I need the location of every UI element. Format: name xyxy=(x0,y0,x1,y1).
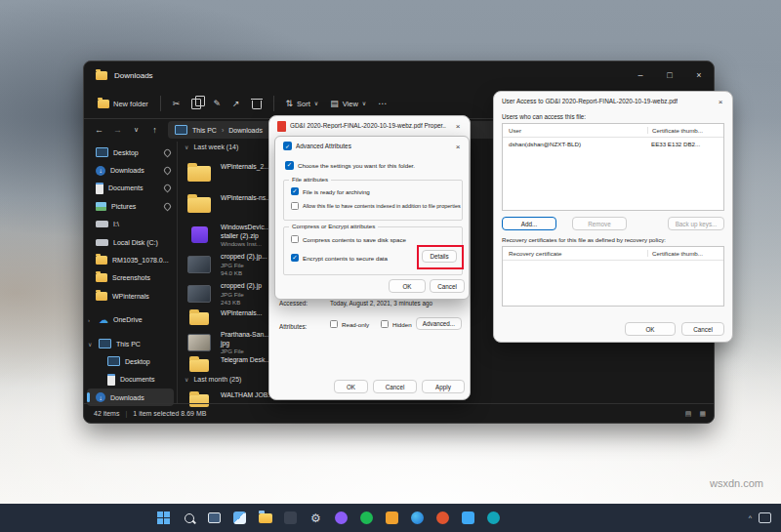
task-view-button[interactable] xyxy=(207,511,222,525)
readonly-checkbox[interactable]: Read-only xyxy=(330,320,369,328)
file-row[interactable]: WPinternals-ns... xyxy=(186,194,271,213)
file-row[interactable]: WindowsDevic... staller (2).zip Windows … xyxy=(186,224,269,248)
app-icon xyxy=(360,512,373,524)
new-folder-button[interactable]: New folder xyxy=(92,93,154,114)
image-thumbnail xyxy=(187,334,211,351)
breadcrumb-root[interactable]: This PC xyxy=(192,127,217,134)
back-button[interactable]: ← xyxy=(90,125,108,135)
column-certificate[interactable]: Certificate thumb... xyxy=(647,127,723,134)
ok-button[interactable]: OK xyxy=(625,322,676,336)
settings-button[interactable]: ⚙ xyxy=(308,511,323,525)
users-table[interactable]: User Certificate thumb... dshan(dshan@NZ… xyxy=(502,123,724,211)
taskbar-app-red-button[interactable] xyxy=(435,511,450,525)
sidebar-item-documents[interactable]: Documents xyxy=(84,180,177,197)
sidebar-item-wpinternals[interactable]: WPinternals xyxy=(84,287,177,305)
column-user[interactable]: User xyxy=(503,127,647,134)
taskbar-app-sky-button[interactable] xyxy=(461,511,475,525)
file-row[interactable]: Telegram Desk... xyxy=(186,356,270,372)
user-row[interactable]: dshan(dshan@NZXT-BLD) EE33 E132 DB2... xyxy=(503,138,723,150)
encrypt-checkbox[interactable]: ✓ Encrypt contents to secure data xyxy=(291,254,388,262)
checkbox-unchecked[interactable] xyxy=(291,202,299,210)
touch-keyboard-icon[interactable] xyxy=(759,512,771,523)
cancel-button[interactable]: Cancel xyxy=(373,380,417,393)
add-button[interactable]: Add... xyxy=(502,217,556,230)
taskbar-edge-button[interactable] xyxy=(410,511,425,525)
remove-button[interactable]: Remove xyxy=(572,217,627,230)
view-button[interactable]: ▤ View ∨ xyxy=(324,93,372,114)
sidebar-item-screenshots[interactable]: Screenshots xyxy=(84,269,177,287)
advanced-button[interactable]: Advanced... xyxy=(416,317,462,330)
ok-button[interactable]: OK xyxy=(389,279,426,293)
backup-keys-button[interactable]: Back up keys... xyxy=(668,217,724,230)
sidebar-item-local-disk-c[interactable]: Local Disk (C:) xyxy=(84,233,177,251)
ok-button[interactable]: OK xyxy=(334,380,368,393)
taskbar-app-teal-button[interactable] xyxy=(486,511,501,525)
compress-checkbox[interactable]: Compress contents to save disk space xyxy=(291,235,406,243)
close-button[interactable]: × xyxy=(684,61,714,89)
file-row[interactable]: cropped (2).jp JPG File 243 KB xyxy=(186,282,262,307)
taskbar-app-orange-button[interactable] xyxy=(385,511,399,525)
app-icon xyxy=(436,512,449,524)
checkbox-checked[interactable]: ✓ xyxy=(291,254,299,262)
folder-icon xyxy=(187,166,211,182)
maximize-button[interactable]: □ xyxy=(655,61,684,89)
sidebar-item-this-pc[interactable]: ∨This PC xyxy=(84,335,177,352)
delete-button[interactable] xyxy=(246,93,267,114)
details-view-icon[interactable]: ▤ xyxy=(685,410,692,418)
cancel-button[interactable]: Cancel xyxy=(681,322,724,336)
close-icon[interactable]: × xyxy=(451,119,465,133)
sort-button[interactable]: ⇅ Sort ∨ xyxy=(280,93,325,114)
file-row[interactable]: WPinternals... xyxy=(186,309,262,325)
item-count: 42 items xyxy=(94,410,119,417)
taskbar-center: ⚙ xyxy=(156,504,501,532)
file-row[interactable]: WPinternals_2... xyxy=(186,163,269,182)
sidebar-item-onedrive[interactable]: ›☁OneDrive xyxy=(84,311,177,329)
checkbox-unchecked[interactable] xyxy=(291,235,299,243)
group-header-last-month[interactable]: ∨ Last month (25) xyxy=(185,376,241,383)
sidebar-item-desktop-child[interactable]: Desktop xyxy=(84,352,177,370)
more-options-button[interactable]: ⋯ xyxy=(372,93,392,114)
close-icon[interactable]: × xyxy=(451,140,465,153)
apply-button[interactable]: Apply xyxy=(422,380,465,393)
checkbox-unchecked[interactable] xyxy=(381,320,389,328)
checkbox-checked[interactable]: ✓ xyxy=(291,187,299,195)
sidebar-item-desktop[interactable]: Desktop xyxy=(84,143,177,161)
recent-locations-button[interactable]: ∨ xyxy=(127,126,145,134)
close-icon[interactable]: × xyxy=(714,95,727,108)
taskbar-file-explorer-button[interactable] xyxy=(258,511,272,525)
taskbar-app-dark-button[interactable] xyxy=(283,511,298,525)
hidden-checkbox[interactable]: Hidden xyxy=(381,320,412,328)
widgets-button[interactable] xyxy=(232,511,247,525)
column-certificate[interactable]: Certificate thumb... xyxy=(647,250,723,257)
file-row[interactable]: Prarthana-San... jpg JPG File xyxy=(186,331,269,355)
taskbar-search-button[interactable] xyxy=(182,511,196,525)
documents-icon xyxy=(96,183,103,194)
cancel-button[interactable]: Cancel xyxy=(430,279,465,293)
file-row[interactable]: cropped (2).jp... JPG File 94.0 KB xyxy=(186,253,267,277)
forward-button[interactable]: → xyxy=(108,125,127,135)
archive-checkbox[interactable]: ✓ File is ready for archiving xyxy=(291,187,370,195)
tray-chevron-icon[interactable]: ^ xyxy=(749,514,752,521)
thumbnail-view-icon[interactable]: ▦ xyxy=(699,410,706,418)
rename-button[interactable]: ✎ xyxy=(207,93,226,114)
checkbox-unchecked[interactable] xyxy=(330,320,338,328)
sidebar-item-downloads[interactable]: ↓Downloads xyxy=(84,161,177,179)
taskbar-app-green-button[interactable] xyxy=(359,511,374,525)
cut-button[interactable]: ✂ xyxy=(167,93,186,114)
sidebar-item-documents-child[interactable]: Documents xyxy=(84,371,177,389)
column-recovery-certificate[interactable]: Recovery certificate xyxy=(503,250,647,257)
breadcrumb-current[interactable]: Downloads xyxy=(228,127,263,134)
taskbar-app-purple-button[interactable] xyxy=(334,511,349,525)
start-button[interactable] xyxy=(156,511,171,525)
sidebar-item-rm1035[interactable]: RM1035_1078.0... xyxy=(84,251,177,268)
copy-button[interactable] xyxy=(185,93,207,114)
sidebar-item-pictures[interactable]: Pictures xyxy=(84,197,177,215)
navigation-pane: Desktop ↓Downloads Documents Pictures I:… xyxy=(84,142,178,404)
recovery-table[interactable]: Recovery certificate Certificate thumb..… xyxy=(502,246,724,307)
share-button[interactable]: ↗ xyxy=(226,93,246,114)
index-checkbox[interactable]: Allow this file to have contents indexed… xyxy=(291,202,461,210)
up-button[interactable]: ↑ xyxy=(145,125,164,135)
minimize-button[interactable]: – xyxy=(626,61,655,89)
group-header-last-week[interactable]: ∨ Last week (14) xyxy=(185,143,238,150)
sidebar-item-i-drive[interactable]: I:\ xyxy=(84,216,177,233)
